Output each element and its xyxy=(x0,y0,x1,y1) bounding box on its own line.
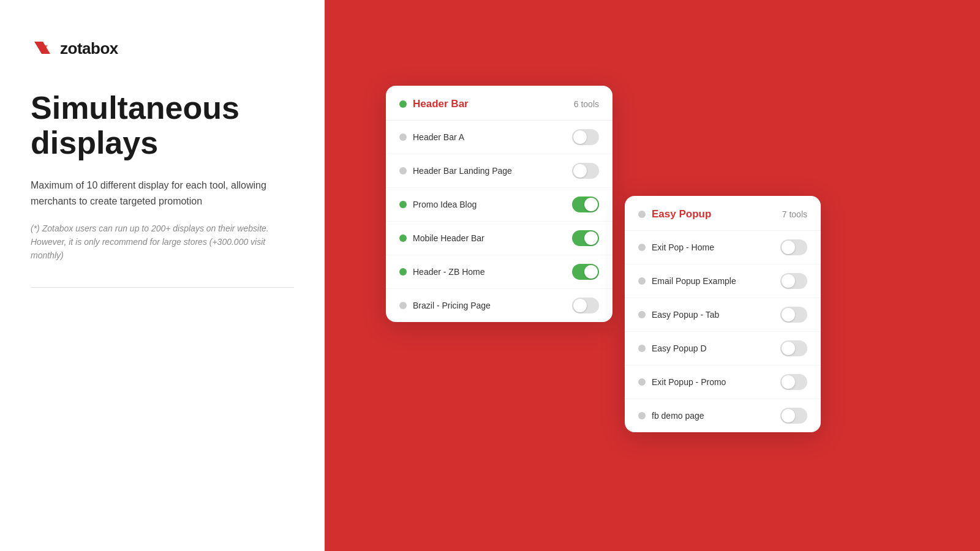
zotabox-logo-icon xyxy=(31,37,54,60)
left-panel: zotabox Simultaneous displays Maximum of… xyxy=(0,0,325,551)
header-bar-status-dot xyxy=(399,100,407,108)
row-dot xyxy=(638,244,646,251)
easy-popup-card-header: Easy Popup 7 tools xyxy=(625,196,821,231)
row-label: Mobile Header Bar xyxy=(413,233,484,243)
header-bar-card-header: Header Bar 6 tools xyxy=(386,86,612,121)
easy-popup-title: Easy Popup xyxy=(652,208,711,220)
table-row: Easy Popup D xyxy=(625,332,821,365)
row-dot xyxy=(399,201,407,208)
toggle-email-popup-example[interactable] xyxy=(780,273,807,289)
logo-area: zotabox xyxy=(31,37,294,60)
table-row: Exit Pop - Home xyxy=(625,231,821,264)
toggle-easy-popup-tab[interactable] xyxy=(780,307,807,323)
row-label: Exit Popup - Promo xyxy=(652,377,726,387)
toggle-exit-popup-promo[interactable] xyxy=(780,374,807,390)
row-dot xyxy=(399,234,407,242)
row-dot xyxy=(399,268,407,276)
row-dot xyxy=(399,302,407,309)
header-bar-title: Header Bar xyxy=(413,98,469,110)
toggle-fb-demo-page[interactable] xyxy=(780,408,807,424)
row-label: Brazil - Pricing Page xyxy=(413,301,491,310)
table-row: Header Bar Landing Page xyxy=(386,154,612,188)
row-label: Easy Popup - Tab xyxy=(652,310,719,320)
easy-popup-tools-badge: 7 tools xyxy=(782,209,807,219)
easy-popup-card: Easy Popup 7 tools Exit Pop - Home Email… xyxy=(625,196,821,432)
row-dot xyxy=(638,277,646,285)
row-dot xyxy=(638,378,646,386)
toggle-header-bar-landing[interactable] xyxy=(572,163,599,179)
table-row: Easy Popup - Tab xyxy=(625,298,821,332)
header-bar-card: Header Bar 6 tools Header Bar A Header B… xyxy=(386,86,612,322)
row-label: Header Bar Landing Page xyxy=(413,166,512,176)
divider xyxy=(31,287,294,288)
table-row: Brazil - Pricing Page xyxy=(386,289,612,322)
toggle-exit-pop-home[interactable] xyxy=(780,239,807,255)
row-label: fb demo page xyxy=(652,411,704,421)
row-label: Header - ZB Home xyxy=(413,267,484,277)
row-dot xyxy=(399,167,407,174)
row-label: Email Popup Example xyxy=(652,276,736,286)
main-heading: Simultaneous displays xyxy=(31,91,294,160)
toggle-header-bar-a[interactable] xyxy=(572,129,599,145)
toggle-header-zb-home[interactable] xyxy=(572,264,599,280)
table-row: Header - ZB Home xyxy=(386,255,612,289)
toggle-brazil-pricing[interactable] xyxy=(572,298,599,313)
row-label: Promo Idea Blog xyxy=(413,200,477,209)
row-label: Exit Pop - Home xyxy=(652,242,714,252)
row-dot xyxy=(399,133,407,141)
toggle-easy-popup-d[interactable] xyxy=(780,340,807,356)
table-row: Promo Idea Blog xyxy=(386,188,612,222)
description-text: Maximum of 10 different display for each… xyxy=(31,178,294,209)
easy-popup-status-dot xyxy=(638,211,646,218)
header-bar-tools-badge: 6 tools xyxy=(574,99,599,109)
toggle-promo-idea-blog[interactable] xyxy=(572,197,599,212)
row-label: Easy Popup D xyxy=(652,343,707,353)
table-row: Mobile Header Bar xyxy=(386,222,612,255)
right-panel: Header Bar 6 tools Header Bar A Header B… xyxy=(325,0,980,551)
table-row: Exit Popup - Promo xyxy=(625,365,821,399)
row-dot xyxy=(638,345,646,352)
table-row: fb demo page xyxy=(625,399,821,432)
row-dot xyxy=(638,311,646,318)
table-row: Email Popup Example xyxy=(625,264,821,298)
header-bar-title-row: Header Bar xyxy=(399,98,469,110)
row-label: Header Bar A xyxy=(413,132,464,142)
row-dot xyxy=(638,412,646,419)
footnote-text: (*) Zotabox users can run up to 200+ dis… xyxy=(31,222,294,263)
logo-text: zotabox xyxy=(60,39,118,58)
toggle-mobile-header-bar[interactable] xyxy=(572,230,599,246)
table-row: Header Bar A xyxy=(386,121,612,154)
